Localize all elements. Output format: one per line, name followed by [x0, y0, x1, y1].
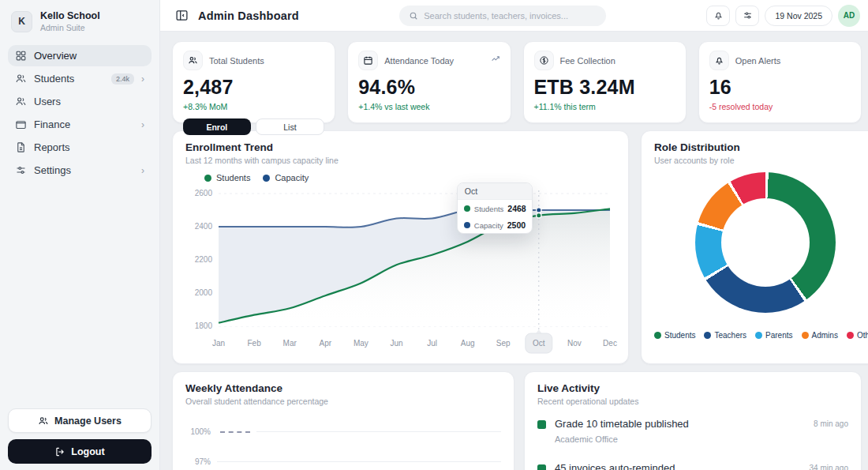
legend-item-students: Students [204, 173, 250, 182]
donut-hole [721, 198, 810, 287]
charts-row: Enrollment Trend Last 12 months with cam… [172, 130, 862, 364]
sidebar-item-users[interactable]: Users [8, 91, 152, 112]
trending-up-icon [491, 53, 501, 67]
activity-time: 34 min ago [810, 464, 848, 470]
preferences-button[interactable] [735, 6, 759, 26]
chart-title: Weekly Attendance [185, 382, 501, 394]
bell-icon [713, 10, 724, 21]
logout-button[interactable]: Logout [8, 439, 152, 464]
sidebar: K Kello School Admin Suite Overview Stud… [0, 0, 160, 470]
manage-users-label: Manage Users [54, 415, 122, 427]
stat-card-open-alerts: Open Alerts 16 -5 resolved today [698, 41, 862, 123]
stat-delta: +1.4% vs last week [358, 102, 499, 111]
svg-text:May: May [354, 339, 369, 348]
search-input[interactable] [424, 11, 597, 21]
activity-title: Grade 10 timetable published [555, 418, 805, 430]
date-picker[interactable]: 19 Nov 2025 [765, 6, 832, 26]
enrollment-chart[interactable]: 26002400220020001800JanFebMarAprMayJunJu… [185, 184, 615, 358]
sidebar-item-overview[interactable]: Overview [8, 45, 152, 66]
sliders-icon [743, 10, 753, 21]
top-header: Admin Dashboard 19 Nov 2025 AD [160, 0, 868, 32]
dollar-stat-icon-box [534, 51, 554, 70]
gridline [256, 431, 501, 432]
tooltip-month: Oct [458, 183, 532, 200]
sidebar-item-label: Students [34, 73, 104, 85]
notifications-button[interactable] [706, 6, 730, 26]
legend-item: Teachers [704, 331, 746, 340]
stats-row: Total Students 2,487 +8.3% MoM Enrol Lis… [172, 41, 862, 123]
bottom-row: Weekly Attendance Overall student attend… [172, 371, 862, 470]
activity-title: 45 invoices auto-reminded [555, 462, 801, 470]
chart-title: Role Distribution [654, 141, 868, 153]
stat-label: Total Students [209, 56, 264, 66]
svg-text:Jun: Jun [390, 339, 402, 348]
stat-label: Open Alerts [735, 56, 780, 66]
legend-dot [704, 332, 711, 339]
grid-icon [15, 50, 27, 62]
role-donut-chart[interactable] [695, 172, 836, 313]
main-area: Admin Dashboard 19 Nov 2025 AD [160, 0, 868, 470]
users-icon [15, 96, 27, 107]
user-avatar[interactable]: AD [838, 5, 860, 27]
stat-card-total-students: Total Students 2,487 +8.3% MoM Enrol Lis… [172, 41, 335, 123]
stat-value: 16 [709, 76, 851, 99]
svg-text:Sep: Sep [496, 339, 511, 348]
tooltip-row: Capacity 2500 [458, 216, 532, 233]
weekly-attendance-card: Weekly Attendance Overall student attend… [172, 371, 514, 470]
sidebar-item-label: Finance [34, 118, 134, 130]
svg-text:2000: 2000 [195, 288, 213, 297]
sidebar-item-finance[interactable]: Finance › [8, 114, 152, 135]
brand-logo: K [11, 11, 32, 32]
legend-dot [755, 332, 762, 339]
manage-users-button[interactable]: Manage Users [8, 408, 152, 433]
enrollment-legend: Students Capacity [204, 173, 615, 182]
sidebar-item-reports[interactable]: Reports [8, 137, 152, 158]
activity-item: 45 invoices auto-reminded Finance Engine… [537, 462, 848, 470]
sidebar-nav: Overview Students 2.4k › Users Finance ›… [0, 40, 159, 186]
svg-text:1800: 1800 [195, 321, 213, 330]
svg-text:Apr: Apr [319, 339, 331, 348]
legend-dot [802, 332, 809, 339]
enrollment-line-plot[interactable]: 26002400220020001800JanFebMarAprMayJunJu… [185, 184, 615, 358]
sidebar-spacer [0, 186, 159, 405]
sidebar-item-label: Overview [34, 50, 144, 62]
sidebar-toggle-button[interactable] [173, 7, 190, 24]
students-stat-icon-box [183, 51, 203, 70]
stat-value: 94.6% [358, 76, 499, 99]
tooltip-dot [464, 222, 470, 228]
svg-text:Aug: Aug [461, 339, 475, 348]
section-title: Live Activity [537, 382, 848, 394]
activity-item: Grade 10 timetable published Academic Of… [537, 418, 848, 444]
svg-text:Jan: Jan [212, 339, 225, 348]
chart-subtitle: Last 12 months with campus capacity line [185, 156, 615, 165]
svg-text:Feb: Feb [247, 339, 261, 348]
chart-tooltip: Oct Students 2468 Capacity 2500 [457, 182, 533, 234]
sidebar-item-settings[interactable]: Settings › [8, 160, 152, 181]
stat-delta: +11.1% this term [534, 102, 675, 111]
legend-item-capacity: Capacity [263, 173, 309, 182]
attendance-chart[interactable]: 100% 97% [185, 427, 501, 466]
report-icon [15, 141, 27, 153]
sidebar-item-students[interactable]: Students 2.4k › [8, 68, 152, 89]
calendar-icon [363, 55, 373, 66]
activity-source: Academic Office [555, 434, 805, 444]
header-actions: 19 Nov 2025 AD [706, 5, 860, 27]
alert-stat-icon-box [709, 51, 729, 70]
settings-sliders-icon [15, 164, 27, 176]
gridline-row: 97% [185, 457, 501, 466]
students-icon [188, 55, 198, 66]
chevron-right-icon: › [141, 73, 144, 85]
section-subtitle: Recent operational updates [537, 397, 848, 406]
tooltip-row: Students 2468 [458, 200, 532, 216]
activity-bullet-icon [537, 464, 546, 470]
stat-delta: -5 resolved today [709, 102, 851, 111]
brand-subtitle: Admin Suite [40, 23, 100, 32]
legend-dot [204, 175, 211, 182]
list-button[interactable]: List [256, 118, 325, 135]
enrol-button[interactable]: Enrol [183, 118, 251, 135]
tooltip-dot [464, 205, 470, 212]
brand: K Kello School Admin Suite [0, 0, 159, 40]
attendance-line-segment [220, 431, 250, 433]
wallet-icon [15, 118, 27, 130]
sidebar-item-label: Settings [34, 164, 134, 176]
